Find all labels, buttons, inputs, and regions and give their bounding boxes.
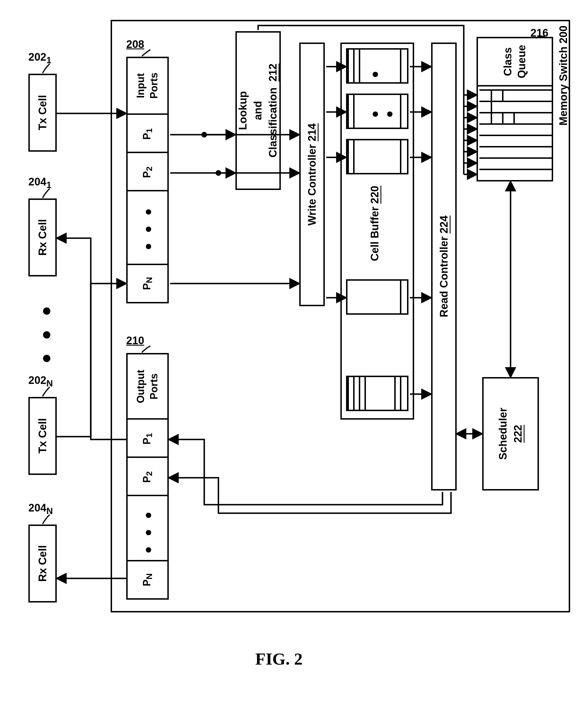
rx-cell-n-block: Rx Cell <box>29 525 57 602</box>
read-controller-text: Read Controller 224 <box>438 216 450 317</box>
memory-switch-label: Memory Switch 200 <box>557 25 570 126</box>
output-ports-ref: 210 <box>126 335 144 347</box>
cb-col-5 <box>346 376 409 411</box>
scheduler-text: Scheduler222 <box>495 408 526 460</box>
output-p2: P2 <box>128 459 167 496</box>
output-dots: ● ● ● <box>141 508 155 556</box>
output-p1: P1 <box>128 421 167 458</box>
tx-cell-n-ref: 202N <box>29 374 53 389</box>
class-queue-header: ClassQueue <box>478 38 552 86</box>
tx-cell-1-text: Tx Cell <box>37 95 49 130</box>
input-ports-header: InputPorts <box>128 58 167 115</box>
tx-cell-n-block: Tx Cell <box>29 397 57 475</box>
output-ports-text: OutputPorts <box>134 370 161 403</box>
input-p2: P2 <box>128 155 167 191</box>
cb-col-3 <box>346 139 409 174</box>
rx-cell-n-ref: 204N <box>29 502 53 516</box>
output-ports-header: OutputPorts <box>128 354 167 420</box>
write-controller-text: Write Controller 214 <box>306 123 318 225</box>
write-controller-block: Write Controller 214 <box>299 43 325 306</box>
class-queue-ref: 216 <box>530 27 548 39</box>
lookup-block: LookupandClassification 212 <box>235 31 281 190</box>
rx-cell-1-ref: 2041 <box>29 176 51 190</box>
figure-caption: FIG. 2 <box>255 649 303 669</box>
cb-dots-1: ● <box>372 67 379 81</box>
input-pn: PN <box>128 264 167 302</box>
input-dots: ● ● ● <box>141 204 155 253</box>
class-queue-text: ClassQueue <box>501 45 529 78</box>
tx-cell-1-ref: 2021 <box>29 51 51 65</box>
input-ports-ref: 208 <box>126 38 144 51</box>
rx-cell-1-block: Rx Cell <box>29 198 57 277</box>
rx-cell-1-text: Rx Cell <box>37 219 49 256</box>
rx-cell-n-text: Rx Cell <box>37 545 49 582</box>
cb-dots-2: ● ● <box>372 106 394 120</box>
input-p1: P1 <box>128 116 167 153</box>
lookup-text: LookupandClassification 212 <box>235 63 281 158</box>
cell-buffer-label: Cell Buffer 220 <box>369 186 381 261</box>
output-pn: PN <box>128 560 167 598</box>
scheduler-block: Scheduler222 <box>482 377 539 490</box>
tx-cell-n-text: Tx Cell <box>37 418 49 454</box>
cb-col-4 <box>346 279 409 315</box>
dots-cells: ● ● ● <box>37 300 56 367</box>
read-controller-block: Read Controller 224 <box>431 43 457 490</box>
tx-cell-1-block: Tx Cell <box>29 74 57 152</box>
input-ports-text: InputPorts <box>134 73 161 99</box>
